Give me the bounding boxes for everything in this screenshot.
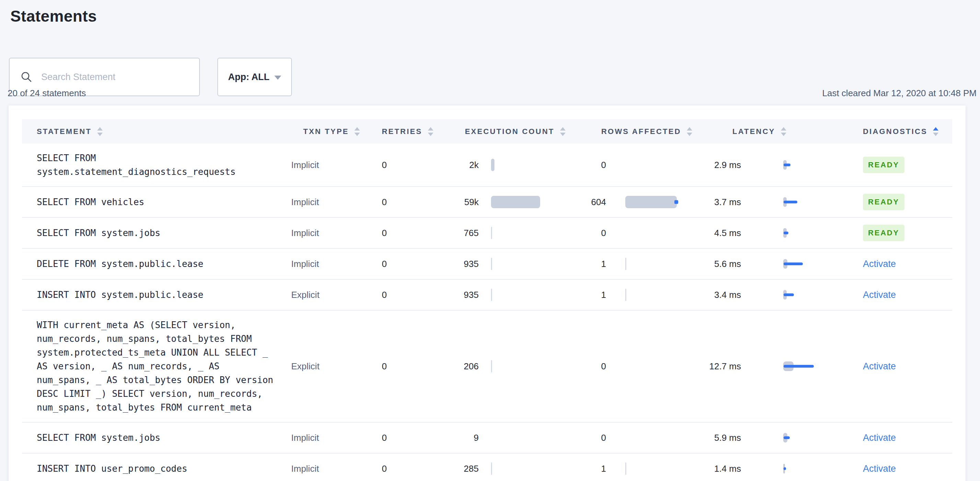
column-header-rows-affected[interactable]: ROWS AFFECTED [587, 127, 721, 136]
column-header-execution-count[interactable]: EXECUTION COUNT [453, 127, 587, 136]
table-row[interactable]: INSERT INTO system.public.leaseExplicit0… [22, 280, 952, 311]
rows-affected-value: 0 [587, 433, 606, 443]
statement-text[interactable]: SELECT FROM system.jobs [37, 423, 277, 452]
execution-count-value: 206 [453, 361, 479, 372]
rows-affected-value: 604 [587, 197, 606, 207]
statement-text[interactable]: SELECT FROM system.jobs [37, 218, 277, 247]
chevron-down-icon [274, 76, 281, 80]
table-meta-row: 20 of 24 statements Last cleared Mar 12,… [8, 88, 977, 99]
sort-arrows-icon[interactable] [933, 127, 939, 136]
latency-mean-bar [784, 201, 797, 203]
column-header-diagnostics[interactable]: DIAGNOSTICS [848, 127, 952, 136]
table-row[interactable]: INSERT INTO user_promo_codesImplicit0285… [22, 454, 952, 481]
txn-type-value: Implicit [291, 463, 319, 474]
mean-dot [675, 200, 678, 204]
statement-text[interactable]: INSERT INTO user_promo_codes [37, 454, 277, 481]
statement-text[interactable]: SELECT FROM system.statement_diagnostics… [37, 143, 277, 186]
bar-chart [491, 258, 492, 270]
latency-mean-bar [784, 365, 814, 368]
latency-bar-chart [783, 458, 844, 479]
column-label: EXECUTION COUNT [465, 127, 555, 136]
gray-bar [625, 258, 626, 270]
statement-text[interactable]: SELECT FROM vehicles [37, 188, 277, 217]
activate-diagnostics-link[interactable]: Activate [863, 433, 896, 443]
table-row[interactable]: SELECT FROM system.jobsImplicit076504.5 … [22, 218, 952, 249]
gray-bar [625, 462, 626, 475]
sort-arrows-icon[interactable] [354, 127, 360, 136]
latency-value: 4.5 ms [721, 228, 741, 239]
sort-desc-icon [781, 133, 786, 136]
table-row[interactable]: WITH current_meta AS (SELECT version, nu… [22, 311, 952, 423]
column-header-statement[interactable]: STATEMENT [22, 127, 291, 136]
app-filter-label: App: ALL [228, 72, 269, 83]
table-header-row: STATEMENTTXN TYPERETRIESEXECUTION COUNTR… [22, 119, 952, 143]
gray-bar [491, 462, 492, 475]
sort-asc-icon [428, 127, 433, 131]
latency-value: 5.6 ms [721, 259, 741, 269]
sort-asc-icon [933, 127, 939, 131]
latency-bar-chart [783, 253, 844, 274]
statements-count: 20 of 24 statements [8, 88, 86, 99]
execution-count-value: 765 [453, 228, 479, 239]
bar-chart [491, 159, 495, 171]
sort-desc-icon [560, 133, 566, 136]
rows-affected-value: 0 [587, 160, 606, 170]
gray-bar [491, 227, 492, 239]
txn-type-value: Implicit [291, 433, 319, 443]
table-row[interactable]: SELECT FROM system.statement_diagnostics… [22, 143, 952, 187]
search-input[interactable] [41, 72, 199, 83]
retries-value: 0 [382, 290, 387, 300]
sort-asc-icon [560, 127, 566, 131]
search-icon [21, 71, 32, 83]
table-row[interactable]: SELECT FROM system.jobsImplicit0905.9 ms… [22, 423, 952, 454]
activate-diagnostics-link[interactable]: Activate [863, 361, 896, 372]
column-header-latency[interactable]: LATENCY [721, 127, 848, 136]
rows-affected-value: 0 [587, 228, 606, 239]
bar-chart [491, 288, 492, 301]
latency-value: 12.7 ms [721, 361, 741, 372]
bar-chart [625, 288, 626, 301]
latency-bar-chart [783, 427, 844, 448]
execution-count-value: 2k [453, 160, 479, 170]
sort-arrows-icon[interactable] [97, 127, 103, 136]
activate-diagnostics-link[interactable]: Activate [863, 290, 896, 300]
sort-arrows-icon[interactable] [560, 127, 566, 136]
gray-bar [491, 159, 495, 171]
activate-diagnostics-link[interactable]: Activate [863, 259, 896, 269]
execution-count-value: 285 [453, 463, 479, 474]
diagnostics-ready-badge[interactable]: READY [863, 225, 904, 241]
sort-arrows-icon[interactable] [781, 127, 786, 136]
table-row[interactable]: SELECT FROM vehiclesImplicit059k6043.7 m… [22, 187, 952, 218]
gray-bar [491, 196, 540, 208]
column-label: ROWS AFFECTED [601, 127, 681, 136]
latency-value: 3.4 ms [721, 290, 741, 300]
execution-count-value: 9 [453, 433, 479, 443]
latency-value: 1.4 ms [721, 463, 741, 474]
column-label: RETRIES [382, 127, 422, 136]
retries-value: 0 [382, 463, 387, 474]
column-header-retries[interactable]: RETRIES [374, 127, 453, 136]
table-row[interactable]: DELETE FROM system.public.leaseImplicit0… [22, 249, 952, 280]
sort-arrows-icon[interactable] [687, 127, 692, 136]
statement-text[interactable]: INSERT INTO system.public.lease [37, 280, 277, 309]
retries-value: 0 [382, 197, 387, 207]
bar-chart [491, 196, 540, 208]
sort-asc-icon [97, 127, 103, 131]
latency-mean-bar [784, 164, 791, 166]
diagnostics-ready-badge[interactable]: READY [863, 157, 904, 173]
rows-affected-value: 1 [587, 463, 606, 474]
retries-value: 0 [382, 160, 387, 170]
sort-arrows-icon[interactable] [428, 127, 433, 136]
activate-diagnostics-link[interactable]: Activate [863, 463, 896, 474]
statement-text[interactable]: DELETE FROM system.public.lease [37, 249, 277, 278]
txn-type-value: Implicit [291, 228, 319, 239]
bar-chart [491, 360, 492, 373]
retries-value: 0 [382, 361, 387, 372]
rows-affected-value: 1 [587, 259, 606, 269]
latency-mean-bar [784, 263, 803, 265]
execution-count-value: 59k [453, 197, 479, 207]
column-header-txn-type[interactable]: TXN TYPE [291, 127, 374, 136]
gray-bar [491, 258, 492, 270]
statement-text[interactable]: WITH current_meta AS (SELECT version, nu… [37, 311, 277, 422]
diagnostics-ready-badge[interactable]: READY [863, 194, 904, 210]
